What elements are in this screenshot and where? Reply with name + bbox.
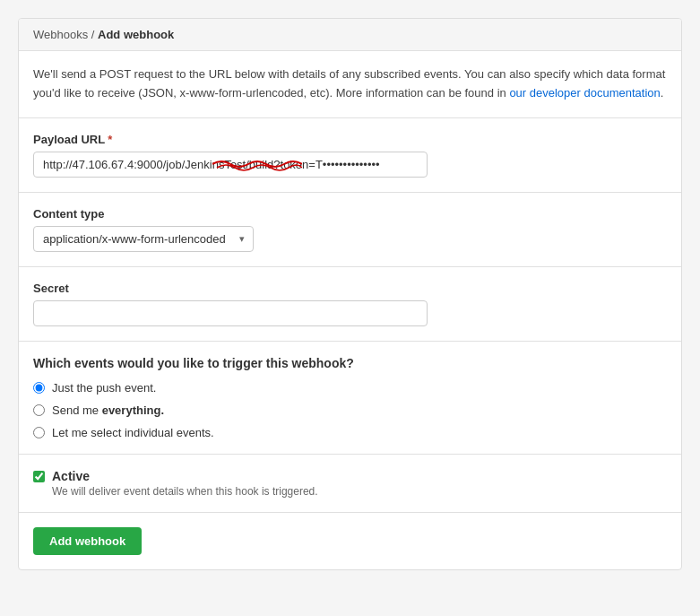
secret-label: Secret xyxy=(33,282,667,295)
radio-individual-label[interactable]: Let me select individual events. xyxy=(52,426,214,439)
content-type-label: Content type xyxy=(33,207,667,221)
active-checkbox[interactable] xyxy=(33,471,45,482)
radio-everything-label[interactable]: Send me everything. xyxy=(52,403,164,417)
developer-docs-link[interactable]: our developer documentation xyxy=(509,86,660,100)
content-type-select[interactable]: application/x-www-form-urlencoded applic… xyxy=(33,226,254,252)
payload-url-section: Payload URL* xyxy=(19,118,681,193)
description-section: We'll send a POST request to the URL bel… xyxy=(19,51,681,118)
breadcrumb-separator: / xyxy=(88,28,98,41)
breadcrumb: Webhooks / Add webhook xyxy=(19,19,681,51)
radio-group: Just the push event. Send me everything.… xyxy=(33,381,667,439)
active-main-label[interactable]: Active xyxy=(52,469,318,483)
submit-section: Add webhook xyxy=(19,513,681,569)
content-type-section: Content type application/x-www-form-urle… xyxy=(19,193,681,267)
bold-everything: everything. xyxy=(102,403,164,417)
url-input-wrapper xyxy=(33,152,428,178)
radio-individual[interactable] xyxy=(33,427,45,438)
events-section: Which events would you like to trigger t… xyxy=(19,342,681,455)
breadcrumb-parent[interactable]: Webhooks xyxy=(33,28,88,41)
secret-section: Secret xyxy=(19,267,681,342)
webhook-form-container: Webhooks / Add webhook We'll send a POST… xyxy=(18,18,682,570)
breadcrumb-current: Add webhook xyxy=(98,28,174,41)
radio-item-everything[interactable]: Send me everything. xyxy=(33,403,667,417)
active-checkbox-item[interactable]: Active We will deliver event details whe… xyxy=(33,469,667,498)
radio-item-push[interactable]: Just the push event. xyxy=(33,381,667,395)
secret-input[interactable] xyxy=(33,300,428,326)
description-after-link: . xyxy=(661,86,664,100)
active-section: Active We will deliver event details whe… xyxy=(19,455,681,513)
radio-item-individual[interactable]: Let me select individual events. xyxy=(33,426,667,439)
active-label-group: Active We will deliver event details whe… xyxy=(52,469,318,498)
events-question: Which events would you like to trigger t… xyxy=(33,356,667,370)
radio-push-label[interactable]: Just the push event. xyxy=(52,381,156,395)
radio-everything[interactable] xyxy=(33,404,45,416)
description-text: We'll send a POST request to the URL bel… xyxy=(33,65,667,103)
radio-push[interactable] xyxy=(33,382,45,394)
active-sub-label: We will deliver event details when this … xyxy=(52,485,318,498)
payload-url-label: Payload URL* xyxy=(33,133,667,146)
add-webhook-button[interactable]: Add webhook xyxy=(33,527,142,555)
payload-url-input[interactable] xyxy=(33,152,428,178)
content-type-select-wrapper: application/x-www-form-urlencoded applic… xyxy=(33,226,254,252)
required-indicator: * xyxy=(108,133,112,146)
